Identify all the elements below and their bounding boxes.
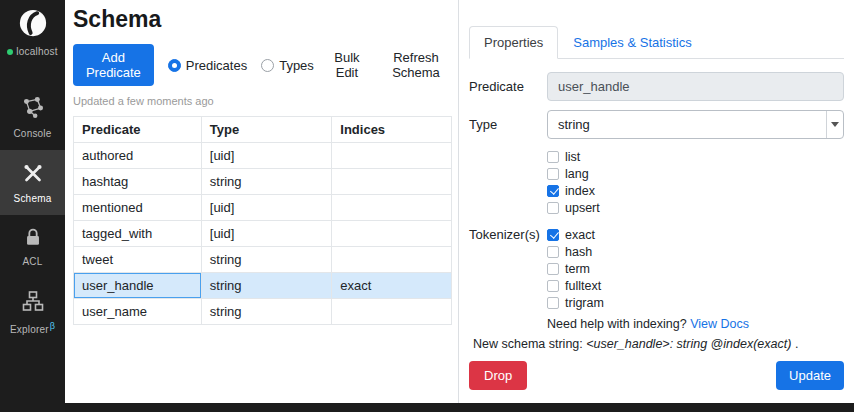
schema-string-value: <user_handle>: string @index(exact) <box>586 337 791 351</box>
checkbox-icon <box>547 202 559 214</box>
table-row-selected[interactable]: user_handlestringexact <box>74 273 452 299</box>
sidebar-item-label: ACL <box>22 256 42 267</box>
main-area: Schema Add Predicate Predicates Types Bu… <box>65 0 854 412</box>
sidebar: localhost <box>0 0 65 412</box>
checkbox-icon <box>547 246 559 258</box>
sidebar-item-label: Schema <box>14 193 52 204</box>
flag-lang-checkbox[interactable]: lang <box>547 165 844 182</box>
detail-tabs: Properties Samples & Statistics <box>469 26 844 59</box>
radio-predicates[interactable]: Predicates <box>168 58 247 73</box>
updated-status-text: Updated a few moments ago <box>73 95 452 107</box>
sidebar-item-explorer[interactable]: Explorerβ <box>0 278 65 346</box>
server-label: localhost <box>16 46 57 57</box>
table-row[interactable]: user_namestring <box>74 299 452 325</box>
view-docs-link[interactable]: View Docs <box>690 317 749 331</box>
tokenizer-term-checkbox[interactable]: term <box>547 260 844 277</box>
predicates-table: Predicate Type Indices authored[uid] has… <box>73 116 452 325</box>
flag-index-checkbox[interactable]: index <box>547 182 844 199</box>
predicate-detail-pane: Properties Samples & Statistics Predicat… <box>458 0 854 412</box>
schema-tools-icon <box>21 161 45 189</box>
predicate-form: Predicate Type string <box>469 72 844 390</box>
sidebar-item-label: Console <box>13 128 51 139</box>
explorer-sitemap-icon <box>21 289 45 317</box>
radio-icon <box>168 59 181 72</box>
sidebar-item-console[interactable]: Console <box>0 83 65 150</box>
type-select-value: string <box>548 117 826 132</box>
table-row[interactable]: hashtagstring <box>74 169 452 195</box>
predicate-field-label: Predicate <box>469 72 547 101</box>
type-field-label: Type <box>469 110 547 139</box>
table-row[interactable]: authored[uid] <box>74 143 452 169</box>
table-row[interactable]: mentioned[uid] <box>74 195 452 221</box>
schema-list-pane: Schema Add Predicate Predicates Types Bu… <box>65 0 458 412</box>
tokenizers-field-label: Tokenizer(s) <box>469 226 547 243</box>
page-title: Schema <box>73 6 452 33</box>
checkbox-icon <box>547 168 559 180</box>
refresh-schema-button[interactable]: Refresh Schema <box>380 50 452 80</box>
tokenizer-hash-checkbox[interactable]: hash <box>547 243 844 260</box>
schema-string-suffix: . <box>791 337 798 351</box>
radio-types-label: Types <box>279 58 314 73</box>
table-row[interactable]: tweetstring <box>74 247 452 273</box>
checkbox-icon <box>547 151 559 163</box>
tab-properties[interactable]: Properties <box>469 26 558 59</box>
schema-toolbar: Add Predicate Predicates Types Bulk Edit… <box>73 44 452 86</box>
flag-list-checkbox[interactable]: list <box>547 148 844 165</box>
column-header-indices: Indices <box>332 117 452 143</box>
tokenizer-fulltext-checkbox[interactable]: fulltext <box>547 277 844 294</box>
dgraph-logo-icon <box>18 8 48 42</box>
console-graph-icon <box>20 94 46 124</box>
connection-status-dot <box>7 49 13 55</box>
checkbox-icon <box>547 263 559 275</box>
tokenizer-trigram-checkbox[interactable]: trigram <box>547 294 844 311</box>
add-predicate-button[interactable]: Add Predicate <box>73 44 154 86</box>
table-header-row: Predicate Type Indices <box>74 117 452 143</box>
sidebar-item-schema[interactable]: Schema <box>0 150 65 215</box>
flag-upsert-checkbox[interactable]: upsert <box>547 199 844 216</box>
table-row[interactable]: tagged_with[uid] <box>74 221 452 247</box>
chevron-down-icon <box>826 111 843 138</box>
tokenizer-exact-checkbox[interactable]: exact <box>547 226 844 243</box>
radio-predicates-label: Predicates <box>186 58 247 73</box>
checkbox-icon <box>547 280 559 292</box>
help-text: Need help with indexing? <box>547 317 687 331</box>
lock-icon <box>22 226 44 252</box>
sidebar-item-localhost[interactable]: localhost <box>0 0 65 61</box>
beta-badge: β <box>50 321 55 331</box>
schema-string-prefix: New schema string: <box>473 337 586 351</box>
checkbox-icon <box>547 297 559 309</box>
drop-button[interactable]: Drop <box>469 361 527 390</box>
bulk-edit-button[interactable]: Bulk Edit <box>328 50 366 80</box>
radio-types[interactable]: Types <box>261 58 314 73</box>
checkbox-icon <box>547 229 559 241</box>
sidebar-item-acl[interactable]: ACL <box>0 215 65 278</box>
radio-icon <box>261 59 274 72</box>
tab-samples-statistics[interactable]: Samples & Statistics <box>558 26 707 59</box>
app-window: localhost <box>0 0 854 412</box>
sidebar-item-label: Explorerβ <box>10 321 55 335</box>
indexing-help: Need help with indexing? View Docs <box>547 317 844 331</box>
bottom-panel-edge <box>65 403 854 412</box>
predicate-name-input[interactable] <box>547 72 844 101</box>
checkbox-icon <box>547 185 559 197</box>
column-header-predicate: Predicate <box>74 117 202 143</box>
type-select[interactable]: string <box>547 110 844 139</box>
form-actions: Drop Update <box>469 361 844 390</box>
update-button[interactable]: Update <box>776 361 844 390</box>
column-header-type: Type <box>201 117 332 143</box>
new-schema-string: New schema string: <user_handle>: string… <box>469 337 844 351</box>
